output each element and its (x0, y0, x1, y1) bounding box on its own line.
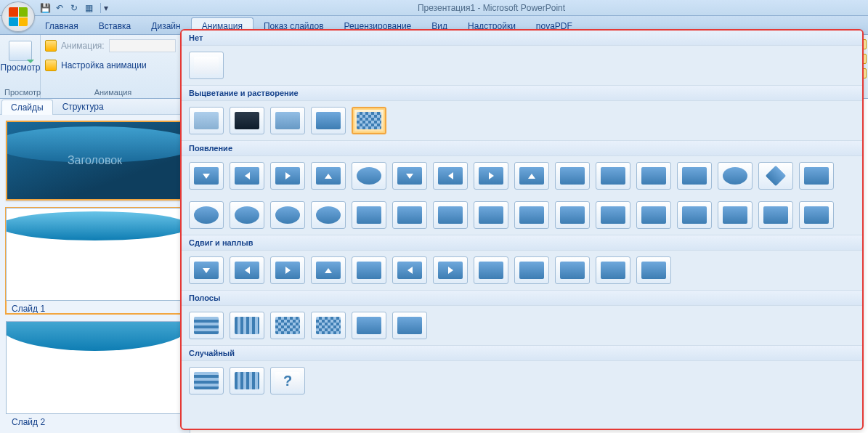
preview-button[interactable]: Просмотр (4, 38, 36, 76)
transition-bars-h[interactable] (189, 312, 224, 339)
animate-icon (45, 40, 57, 52)
preview-button-label: Просмотр (1, 62, 41, 73)
group-preview: Просмотр Просмотр (0, 35, 41, 98)
slide-card-2[interactable]: Слайд 2 (6, 321, 184, 427)
transition-push-up[interactable] (311, 256, 346, 284)
transition-box-left[interactable] (433, 162, 468, 190)
transition-wipe-right[interactable] (270, 162, 305, 190)
group-animation-label: Анимация (45, 86, 181, 97)
transition-push-down[interactable] (189, 256, 224, 284)
transition-cover-rd[interactable] (596, 256, 630, 284)
transition-push-right[interactable] (270, 256, 305, 284)
slide-panel: Слайды Структура × Заголовок Слайд 1 Сла… (0, 99, 190, 433)
transition-box-in[interactable] (392, 162, 427, 190)
transition-wheel-2[interactable] (189, 201, 224, 229)
panel-tab-slides[interactable]: Слайды (1, 100, 53, 115)
redo-icon[interactable]: ↻ (68, 2, 80, 14)
transition-comb-h2[interactable] (352, 312, 386, 339)
transition-comb-v[interactable] (392, 312, 427, 339)
transition-wipe-down[interactable] (189, 162, 224, 190)
slide-panel-tabs: Слайды Структура × (0, 99, 190, 115)
transition-uncover-down[interactable] (352, 201, 386, 229)
workspace: Слайды Структура × Заголовок Слайд 1 Сла… (0, 99, 868, 433)
office-logo-icon (9, 7, 28, 26)
transition-wheel-4[interactable] (270, 201, 305, 229)
transition-cover-up[interactable] (474, 256, 508, 284)
transition-cut[interactable] (270, 107, 305, 134)
section-random-header: Случайный (182, 345, 862, 361)
transition-random-bars-v[interactable] (230, 367, 264, 394)
transition-wheel-3[interactable] (230, 201, 264, 229)
transition-cover-ld[interactable] (514, 256, 549, 284)
slide-thumb-current[interactable]: Заголовок (6, 121, 184, 201)
transition-shape-diamond[interactable] (758, 162, 793, 190)
transition-dissolve[interactable] (352, 107, 386, 134)
title-bar: 💾 ↶ ↻ ▦ ▾ Презентация1 - Microsoft Power… (0, 0, 868, 16)
transition-fade-smooth[interactable] (189, 107, 224, 134)
slide-card-1[interactable]: Слайд 1 (6, 208, 184, 314)
transition-checker-across[interactable] (270, 312, 305, 339)
transition-uncover-up[interactable] (474, 201, 508, 229)
transition-random-bars-h[interactable] (189, 367, 224, 394)
custom-animation-icon (45, 60, 57, 71)
animate-label: Анимация: (61, 41, 105, 51)
transition-shape-plus[interactable] (799, 162, 834, 190)
transition-blinds-h[interactable] (677, 201, 712, 229)
transition-blinds-v[interactable] (718, 201, 753, 229)
transition-none[interactable] (189, 52, 224, 79)
transition-fade-black[interactable] (230, 107, 264, 134)
transition-split-h-in[interactable] (555, 162, 590, 190)
section-fade-header: Выцветание и растворение (182, 85, 862, 101)
section-wipe-header: Появление (182, 140, 862, 156)
section-none-header: Нет (182, 31, 862, 46)
slides-list[interactable]: Заголовок Слайд 1 Слайд 2 (0, 115, 190, 433)
transition-split-v-in[interactable] (636, 162, 671, 190)
transition-box-up[interactable] (514, 162, 549, 190)
transition-split-h-out[interactable] (596, 162, 630, 190)
transition-uncover-lu[interactable] (555, 201, 590, 229)
transition-uncover-ru[interactable] (636, 201, 671, 229)
transition-cover-lu[interactable] (555, 256, 590, 284)
transition-split-v-out[interactable] (677, 162, 712, 190)
new-slide-icon[interactable]: ▦ (83, 2, 94, 14)
transition-uncover-left[interactable] (392, 201, 427, 229)
slide-caption-1: Слайд 1 (6, 301, 184, 314)
transition-newsflash[interactable] (799, 201, 834, 229)
transition-cut-black[interactable] (311, 107, 346, 134)
preview-icon (9, 41, 32, 61)
animate-select[interactable] (109, 39, 176, 52)
transition-cover-ru[interactable] (636, 256, 671, 284)
panel-tab-outline[interactable]: Структура (53, 99, 113, 114)
custom-animation-button[interactable]: Настройка анимации (61, 60, 147, 70)
window-title: Презентация1 - Microsoft PowerPoint (115, 3, 868, 13)
transition-box-right[interactable] (474, 162, 508, 190)
office-button[interactable] (1, 1, 35, 32)
transition-gallery-popup[interactable]: Нет Выцветание и растворение Появление (180, 29, 864, 430)
transition-cover-right[interactable] (433, 256, 468, 284)
transition-comb-h[interactable] (758, 201, 793, 229)
transition-uncover-rd[interactable] (596, 201, 630, 229)
transition-cover-down[interactable] (352, 256, 386, 284)
tab-insert[interactable]: Вставка (89, 18, 142, 34)
transition-shape-circle[interactable] (718, 162, 753, 190)
quick-access-toolbar: 💾 ↶ ↻ ▦ ▾ (35, 0, 115, 15)
undo-icon[interactable]: ↶ (54, 2, 65, 14)
transition-wheel-1[interactable] (352, 162, 386, 190)
transition-uncover-right[interactable] (433, 201, 468, 229)
transition-wipe-left[interactable] (230, 162, 264, 190)
slide-caption-2: Слайд 2 (6, 414, 184, 427)
tab-home[interactable]: Главная (35, 18, 89, 34)
qat-customize-icon[interactable]: ▾ (100, 3, 110, 13)
section-stripes-header: Полосы (182, 290, 862, 306)
transition-bars-v[interactable] (230, 312, 264, 339)
transition-checker-down[interactable] (311, 312, 346, 339)
transition-cover-left[interactable] (392, 256, 427, 284)
transition-push-left[interactable] (230, 256, 264, 284)
section-push-header: Сдвиг и наплыв (182, 235, 862, 251)
transition-random[interactable]: ? (270, 367, 305, 394)
slide-title-text: Заголовок (68, 154, 122, 167)
transition-uncover-ld[interactable] (514, 201, 549, 229)
save-icon[interactable]: 💾 (39, 2, 51, 14)
transition-wheel-8[interactable] (311, 201, 346, 229)
transition-wipe-up[interactable] (311, 162, 346, 190)
